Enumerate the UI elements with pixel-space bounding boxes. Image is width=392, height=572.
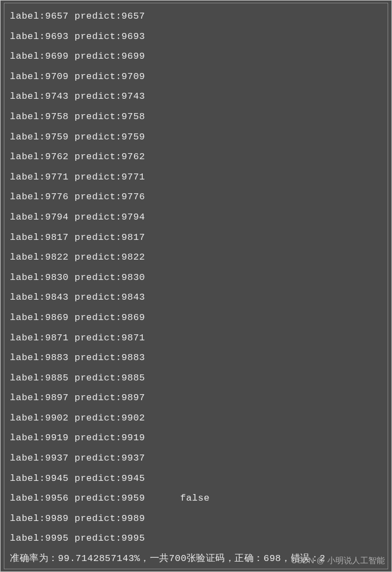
output-line: label:9897 predict:9897: [10, 388, 382, 408]
output-line: label:9759 predict:9759: [10, 127, 382, 148]
output-line: label:9776 predict:9776: [10, 187, 382, 208]
output-line: label:9995 predict:9995: [10, 529, 382, 549]
output-line: label:9902 predict:9902: [10, 408, 382, 429]
output-line: label:9830 predict:9830: [10, 268, 382, 288]
output-line: label:9937 predict:9937: [10, 448, 382, 469]
terminal-output: label:9657 predict:9657label:9693 predic…: [4, 3, 388, 569]
output-line: label:9919 predict:9919: [10, 428, 382, 448]
output-line: label:9709 predict:9709: [10, 67, 382, 87]
output-line: label:9871 predict:9871: [10, 328, 382, 349]
output-line: label:9956 predict:9959 false: [10, 489, 382, 509]
output-line: label:9794 predict:9794: [10, 208, 382, 228]
output-line: label:9945 predict:9945: [10, 469, 382, 489]
output-line: label:9817 predict:9817: [10, 228, 382, 248]
output-line: label:9657 predict:9657: [10, 7, 382, 27]
watermark-text: CSDN @ 小明说人工智能: [291, 556, 385, 566]
output-line: label:9758 predict:9758: [10, 107, 382, 127]
output-line: label:9885 predict:9885: [10, 368, 382, 389]
output-line: label:9762 predict:9762: [10, 147, 382, 167]
output-line: label:9883 predict:9883: [10, 348, 382, 368]
output-line: label:9771 predict:9771: [10, 167, 382, 188]
output-line: label:9843 predict:9843: [10, 288, 382, 308]
output-line: label:9693 predict:9693: [10, 27, 382, 47]
output-line: label:9822 predict:9822: [10, 248, 382, 268]
output-lines: label:9657 predict:9657label:9693 predic…: [10, 7, 382, 549]
output-line: label:9699 predict:9699: [10, 47, 382, 67]
output-line: label:9869 predict:9869: [10, 308, 382, 328]
output-line: label:9989 predict:9989: [10, 509, 382, 529]
output-line: label:9743 predict:9743: [10, 87, 382, 107]
